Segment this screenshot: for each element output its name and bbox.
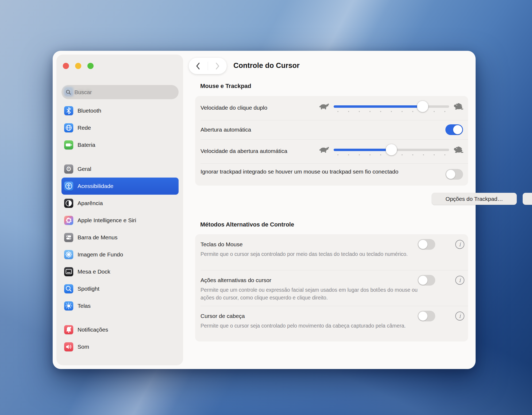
alternate-pointer-actions-toggle[interactable] <box>418 275 435 286</box>
search-field[interactable] <box>61 85 179 99</box>
spring-speed-slider[interactable] <box>318 146 465 154</box>
slider-knob[interactable] <box>386 144 397 155</box>
sidebar-item-telas[interactable]: Telas <box>61 297 179 314</box>
turtle-slow-icon <box>318 146 330 154</box>
sidebar-item-rede[interactable]: Rede <box>61 119 179 136</box>
sidebar-item-bateria[interactable]: Bateria <box>61 136 179 153</box>
desktop-dock-icon <box>64 267 73 276</box>
sidebar-item-notificacoes[interactable]: Notificações <box>61 321 179 338</box>
spring-loading-row: Abertura automática <box>195 120 468 139</box>
page-title: Controle do Cursor <box>233 62 300 70</box>
sidebar-item-barra-de-menus[interactable]: Barra de Menus <box>61 229 179 246</box>
apple-intelligence-icon <box>64 216 73 225</box>
alternate-pointer-actions-row: Ações alternativas do cursor Permite que… <box>195 270 468 306</box>
mouse-trackpad-card: Velocidade do clique duplo <box>195 96 468 186</box>
chevron-right-icon <box>215 62 220 70</box>
sidebar-item-mesa-e-dock[interactable]: Mesa e Dock <box>61 263 179 280</box>
alternate-pointer-actions-info-icon[interactable]: i <box>455 276 464 285</box>
sidebar-item-som[interactable]: Som <box>61 338 179 355</box>
traffic-lights <box>63 63 94 69</box>
section-title-alternative-methods: Métodos Alternativos de Controle <box>200 221 294 228</box>
display-sun-icon <box>64 301 73 310</box>
bell-icon <box>64 325 73 334</box>
trackpad-options-button[interactable]: Opções do Trackpad… <box>432 193 517 205</box>
sidebar-item-apple-intelligence[interactable]: Apple Intelligence e Siri <box>61 212 179 229</box>
head-pointer-info-icon[interactable]: i <box>455 312 464 321</box>
zoom-button[interactable] <box>87 63 94 69</box>
section-title-mouse-trackpad: Mouse e Trackpad <box>200 83 251 90</box>
wallpaper-flower-icon <box>64 250 73 259</box>
network-globe-icon <box>64 123 73 132</box>
double-click-speed-slider[interactable] <box>318 102 465 110</box>
sidebar: Wi-Fi Bluetooth <box>56 55 183 365</box>
nav-pill <box>189 58 227 74</box>
spring-speed-row: Velocidade da abertura automática <box>195 139 468 163</box>
back-button[interactable] <box>189 58 208 74</box>
rabbit-fast-icon <box>453 146 465 154</box>
forward-button[interactable] <box>208 58 227 74</box>
minimize-button[interactable] <box>75 63 81 69</box>
chevron-left-icon <box>195 62 201 70</box>
slider-track[interactable] <box>334 105 449 108</box>
slider-ticks <box>337 111 445 112</box>
ignore-trackpad-toggle[interactable] <box>445 169 463 180</box>
speaker-icon <box>64 342 73 351</box>
rabbit-fast-icon <box>453 102 465 110</box>
mouse-keys-toggle[interactable] <box>418 239 435 250</box>
search-input[interactable] <box>74 89 174 95</box>
sidebar-nav: Bluetooth Rede Bat <box>61 102 179 355</box>
close-button[interactable] <box>63 63 69 69</box>
desktop-wallpaper: Wi-Fi Bluetooth <box>0 0 532 415</box>
bluetooth-icon <box>64 106 73 115</box>
gear-icon: ⚙ <box>64 164 73 174</box>
ignore-trackpad-row: Ignorar trackpad integrado se houver um … <box>195 163 468 186</box>
mouse-options-button[interactable]: Opções do Mouse… <box>523 193 532 205</box>
menu-bar-icon <box>64 233 73 242</box>
mouse-keys-info-icon[interactable]: i <box>455 240 464 249</box>
double-click-speed-row: Velocidade do clique duplo <box>195 96 468 120</box>
sidebar-item-bluetooth[interactable]: Bluetooth <box>61 102 179 119</box>
slider-track[interactable] <box>334 149 449 151</box>
sidebar-item-spotlight[interactable]: Spotlight <box>61 280 179 297</box>
search-icon <box>66 89 71 95</box>
slider-knob[interactable] <box>417 101 428 112</box>
mouse-keys-row: Teclas do Mouse Permite que o cursor sej… <box>195 234 468 270</box>
alternative-methods-card: Teclas do Mouse Permite que o cursor sej… <box>195 234 468 341</box>
head-pointer-row: Cursor de cabeça Permite que o cursor se… <box>195 306 468 341</box>
sidebar-item-imagem-de-fundo[interactable]: Imagem de Fundo <box>61 246 179 263</box>
appearance-icon <box>64 199 73 208</box>
spotlight-magnifier-icon <box>64 284 73 293</box>
head-pointer-toggle[interactable] <box>418 311 435 321</box>
system-settings-window: Wi-Fi Bluetooth <box>53 51 476 369</box>
accessibility-icon <box>64 182 73 191</box>
content-pane: Controle do Cursor Mouse e Trackpad Velo… <box>183 51 476 369</box>
sidebar-item-acessibilidade[interactable]: Acessibilidade <box>61 178 179 195</box>
battery-icon <box>64 140 73 149</box>
sidebar-item-aparencia[interactable]: Aparência <box>61 195 179 212</box>
sidebar-item-geral[interactable]: ⚙ Geral <box>61 160 179 178</box>
spring-loading-toggle[interactable] <box>445 124 463 135</box>
turtle-slow-icon <box>318 102 330 110</box>
